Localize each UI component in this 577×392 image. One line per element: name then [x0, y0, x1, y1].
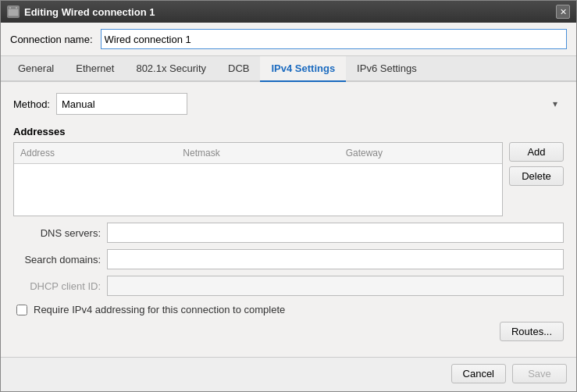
- tab-8021x-security[interactable]: 802.1x Security: [125, 56, 217, 82]
- col-gateway: Gateway: [340, 146, 502, 160]
- require-ipv4-label: Require IPv4 addressing for this connect…: [34, 304, 285, 315]
- tabs-bar: General Ethernet 802.1x Security DCB IPv…: [1, 56, 576, 82]
- bottom-actions: Cancel Save: [1, 357, 576, 391]
- connection-name-label: Connection name:: [10, 34, 93, 45]
- search-domains-label: Search domains:: [13, 254, 107, 265]
- require-ipv4-checkbox[interactable]: [16, 305, 27, 315]
- addresses-area: Address Netmask Gateway Add Delete: [13, 142, 564, 216]
- search-domains-row: Search domains:: [13, 249, 564, 269]
- add-button[interactable]: Add: [509, 142, 564, 162]
- table-body[interactable]: [14, 164, 502, 216]
- tab-ipv6-settings[interactable]: IPv6 Settings: [346, 56, 428, 82]
- window-icon: [7, 5, 20, 18]
- addresses-buttons: Add Delete: [509, 142, 564, 216]
- table-header: Address Netmask Gateway: [14, 143, 502, 164]
- tab-ipv4-settings[interactable]: IPv4 Settings: [260, 56, 346, 82]
- method-row: Method: Automatic (DHCP) Manual Link-Loc…: [13, 93, 564, 115]
- tab-ethernet[interactable]: Ethernet: [65, 56, 125, 82]
- connection-name-input[interactable]: [101, 29, 567, 49]
- svg-rect-0: [8, 9, 19, 16]
- addresses-section: Addresses Address Netmask Gateway Add De…: [13, 126, 564, 216]
- method-select-wrapper: Automatic (DHCP) Manual Link-Local Only …: [56, 93, 564, 115]
- dialog-buttons: Cancel Save: [451, 364, 567, 383]
- window-title: Editing Wired connection 1: [24, 6, 556, 18]
- method-select[interactable]: Automatic (DHCP) Manual Link-Local Only …: [56, 93, 187, 115]
- dhcp-client-id-input[interactable]: [107, 276, 564, 296]
- routes-row: Routes...: [13, 322, 564, 341]
- dns-servers-label: DNS servers:: [13, 227, 107, 239]
- addresses-title: Addresses: [13, 126, 564, 137]
- dhcp-client-id-label: DHCP client ID:: [13, 280, 107, 292]
- save-button[interactable]: Save: [512, 364, 567, 383]
- main-window: Editing Wired connection 1 ✕ Connection …: [0, 0, 577, 392]
- method-label: Method:: [13, 98, 50, 110]
- col-address: Address: [14, 146, 176, 160]
- dns-servers-row: DNS servers:: [13, 223, 564, 243]
- delete-button[interactable]: Delete: [509, 166, 564, 186]
- dns-servers-input[interactable]: [107, 223, 564, 243]
- search-domains-input[interactable]: [107, 249, 564, 269]
- require-ipv4-row: Require IPv4 addressing for this connect…: [13, 304, 564, 315]
- dhcp-client-id-row: DHCP client ID:: [13, 276, 564, 296]
- routes-button[interactable]: Routes...: [500, 322, 564, 341]
- tab-content: Method: Automatic (DHCP) Manual Link-Loc…: [1, 82, 576, 357]
- connection-name-row: Connection name:: [1, 23, 576, 56]
- addresses-table: Address Netmask Gateway: [13, 142, 503, 216]
- tab-dcb[interactable]: DCB: [217, 56, 260, 82]
- titlebar: Editing Wired connection 1 ✕: [1, 1, 576, 23]
- col-netmask: Netmask: [176, 146, 339, 160]
- form-fields: DNS servers: Search domains: DHCP client…: [13, 223, 564, 296]
- tab-general[interactable]: General: [7, 56, 65, 82]
- close-button[interactable]: ✕: [556, 5, 570, 19]
- cancel-button[interactable]: Cancel: [451, 364, 506, 383]
